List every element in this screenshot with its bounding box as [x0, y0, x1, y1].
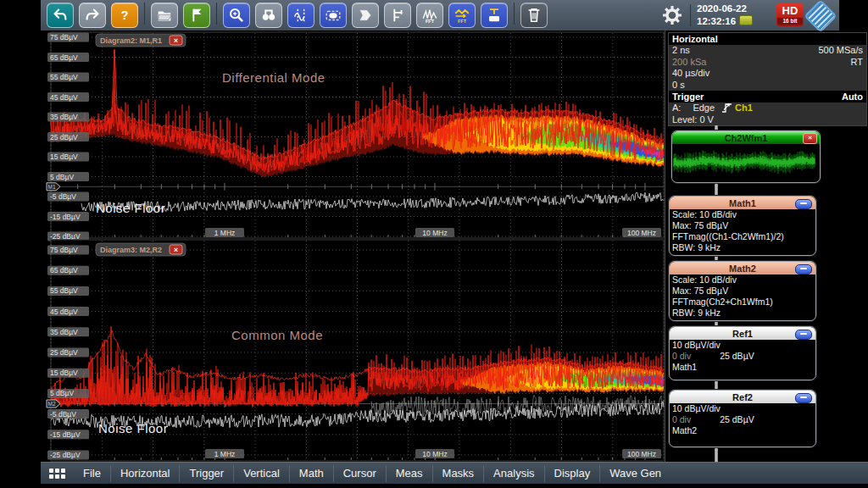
help-icon: ?	[115, 6, 134, 25]
bottom-menu-bar: FileHorizontalTriggerVerticalMathCursorM…	[41, 462, 868, 484]
signal-box-math2[interactable]: Math2 Scale: 10 dB/div Max: 75 dBµV FFTm…	[669, 261, 816, 321]
minimize-button[interactable]	[795, 199, 812, 209]
menu-item-vertical[interactable]: Vertical	[233, 465, 289, 482]
horizontal-row[interactable]: 40 µs/div	[669, 68, 866, 80]
diagram-tab-title: Diagram2: M1,R1	[100, 36, 162, 45]
measurement-button[interactable]	[384, 3, 411, 28]
mask-test-button[interactable]	[352, 3, 379, 28]
minimize-button[interactable]	[795, 330, 812, 340]
cursor-icon	[292, 6, 310, 25]
y-tick-label: -25 dBµV	[50, 451, 81, 459]
signal-box-math1[interactable]: Math1 Scale: 10 dB/div Max: 75 dBµV FFTm…	[669, 196, 816, 256]
svg-text:FFT: FFT	[458, 19, 467, 24]
ch2wfm1-header[interactable]: Ch2Wfm1 ×	[672, 131, 820, 144]
trigger-level-row[interactable]: Level: 0 V	[669, 114, 866, 126]
toolbar-buttons: ?FFTFFT	[47, 3, 553, 28]
open-file-button[interactable]	[151, 3, 178, 28]
annotation-button[interactable]	[481, 3, 508, 28]
close-icon[interactable]: ×	[803, 133, 817, 144]
horizontal-row[interactable]: 0 s	[669, 80, 866, 92]
fft-button[interactable]: FFT	[416, 3, 443, 28]
signal-box-ref2[interactable]: Ref2 10 dBµV/div 0 div 25 dBµV Math2	[669, 390, 816, 447]
svg-text:×: ×	[174, 246, 178, 254]
y-tick-label: 55 dBµV	[50, 286, 78, 295]
screenshot-icon	[324, 6, 342, 25]
spectrum-analysis-icon: FFT	[453, 6, 471, 25]
y-tick-label: 45 dBµV	[50, 93, 78, 102]
zoom-button[interactable]	[223, 3, 250, 28]
svg-text:FFT: FFT	[426, 19, 435, 24]
gear-icon	[661, 4, 683, 26]
x-tick-label: 100 MHz	[627, 450, 656, 458]
menu-item-trigger[interactable]: Trigger	[179, 465, 233, 482]
delete-button[interactable]	[520, 3, 548, 28]
y-tick-label: 65 dBµV	[50, 266, 78, 274]
user-preset-icon	[187, 6, 206, 25]
trigger-mode: Auto	[842, 91, 863, 103]
keyboard-icon[interactable]	[739, 15, 753, 25]
spectrum-analysis-button[interactable]: FFT	[448, 3, 476, 28]
horizontal-row[interactable]: 2 ns 500 MSa/s	[669, 45, 866, 57]
cursor-button[interactable]	[287, 3, 314, 28]
trigger-header[interactable]: Trigger Auto	[669, 91, 866, 103]
y-tick-label: 65 dBµV	[50, 53, 78, 62]
undo-icon	[51, 6, 70, 25]
x-tick-label: 1 MHz	[214, 450, 236, 458]
mode-annotation: Differential Mode	[222, 70, 326, 85]
menu-item-display[interactable]: Display	[544, 465, 600, 482]
math2-header[interactable]: Math2	[670, 262, 815, 274]
y-tick-label: -15 dBµV	[50, 213, 81, 221]
menu-item-math[interactable]: Math	[289, 465, 333, 482]
signal-box-ch2wfm1[interactable]: Ch2Wfm1 ×	[671, 130, 821, 183]
measurement-icon	[388, 6, 407, 25]
y-tick-label: 5 dBµV	[50, 389, 74, 397]
hd-mode-badge: HD 16 bit	[776, 3, 804, 26]
ref2-header[interactable]: Ref2	[670, 391, 815, 403]
signal-box-ref1[interactable]: Ref1 10 dBµV/div 0 div 25 dBµV Math1	[669, 326, 816, 380]
acquisition-settings-panel[interactable]: Horizontal 2 ns 500 MSa/s 200 kSa RT 40 …	[668, 32, 867, 126]
menu-item-meas[interactable]: Meas	[386, 465, 432, 482]
menu-item-wave-gen[interactable]: Wave Gen	[599, 465, 670, 482]
redo-icon	[83, 6, 102, 25]
y-tick-label: 25 dBµV	[50, 133, 78, 141]
mode-annotation: Common Mode	[231, 328, 323, 342]
y-tick-label: -5 dBµV	[50, 192, 76, 201]
menu-item-horizontal[interactable]: Horizontal	[110, 465, 180, 482]
toolbar-separator	[216, 3, 217, 25]
y-tick-label: 25 dBµV	[50, 348, 78, 357]
search-button[interactable]	[255, 3, 282, 28]
y-tick-label: 45 dBµV	[50, 308, 78, 316]
ch2wfm1-thumbnail	[672, 144, 818, 180]
trigger-source-row[interactable]: A: Edge Ch1	[669, 103, 866, 114]
help-button[interactable]: ?	[111, 3, 138, 28]
ref1-header[interactable]: Ref1	[670, 327, 815, 340]
annotation-icon	[485, 6, 504, 25]
time-label: 12:32:16	[697, 16, 736, 26]
y-tick-label: 35 dBµV	[50, 113, 78, 121]
undo-button[interactable]	[47, 3, 74, 28]
screenshot-button[interactable]	[320, 3, 347, 28]
menu-item-cursor[interactable]: Cursor	[333, 465, 386, 482]
horizontal-row[interactable]: 200 kSa RT	[669, 57, 866, 69]
math1-header[interactable]: Math1	[670, 197, 815, 209]
apps-grid-icon[interactable]	[49, 469, 65, 479]
menu-item-masks[interactable]: Masks	[432, 465, 484, 482]
top-toolbar: ?FFTFFT 2020-06-22 12:32:16 HD 16 bit	[41, 0, 839, 30]
menu-item-file[interactable]: File	[74, 465, 110, 482]
menu-item-analysis[interactable]: Analysis	[483, 465, 543, 482]
svg-text:?: ?	[121, 8, 129, 22]
open-file-icon	[155, 6, 174, 25]
minimize-button[interactable]	[795, 393, 812, 403]
y-tick-label: 75 dBµV	[50, 246, 78, 254]
y-tick-label: 55 dBµV	[50, 73, 78, 81]
spectrum-diagrams[interactable]: 75 dBµV65 dBµV55 dBµV45 dBµV35 dBµV25 dB…	[0, 30, 665, 462]
user-preset-button[interactable]	[183, 3, 210, 28]
redo-button[interactable]	[79, 3, 106, 28]
horizontal-header[interactable]: Horizontal	[669, 33, 866, 45]
minimize-button[interactable]	[795, 264, 812, 274]
diagram-tab-title: Diagram3: M2,R2	[100, 246, 162, 254]
search-icon	[259, 6, 278, 25]
y-tick-label: 5 dBµV	[50, 173, 74, 181]
settings-gear-button[interactable]	[661, 4, 683, 26]
svg-text:M1: M1	[48, 184, 56, 190]
